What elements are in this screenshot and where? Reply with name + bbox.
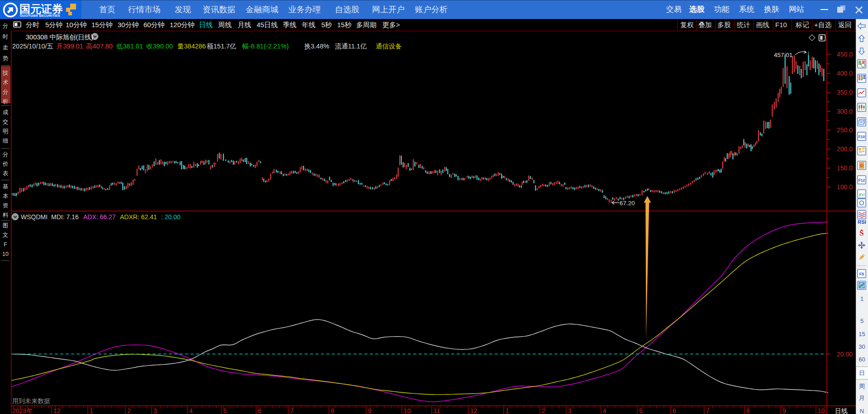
svg-text:自: 自 <box>860 163 864 168</box>
svg-text:F5: F5 <box>859 272 864 276</box>
svg-text:F10: F10 <box>858 135 865 139</box>
svg-text:F12: F12 <box>858 178 865 183</box>
svg-text:f(x): f(x) <box>859 192 865 197</box>
